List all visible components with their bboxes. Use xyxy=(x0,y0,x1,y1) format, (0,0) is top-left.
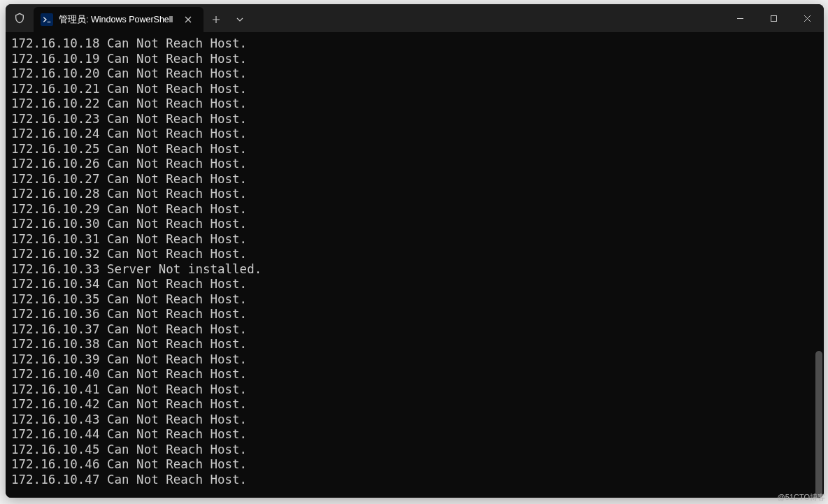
tab-title: 管理员: Windows PowerShell xyxy=(59,14,173,26)
tab-close-button[interactable] xyxy=(181,13,195,27)
scrollbar-track[interactable] xyxy=(814,36,822,492)
minimize-button[interactable] xyxy=(723,4,757,32)
terminal-body[interactable]: 172.16.10.18 Can Not Reach Host. 172.16.… xyxy=(6,32,824,498)
titlebar: 管理员: Windows PowerShell xyxy=(6,4,824,32)
window-controls xyxy=(723,4,824,32)
tab-dropdown-button[interactable] xyxy=(229,7,251,32)
tab-powershell[interactable]: 管理员: Windows PowerShell xyxy=(34,7,204,32)
new-tab-button[interactable] xyxy=(204,7,229,32)
powershell-icon xyxy=(41,13,53,26)
maximize-button[interactable] xyxy=(757,4,790,32)
shield-icon xyxy=(6,4,34,32)
svg-rect-0 xyxy=(771,15,776,21)
terminal-window: 管理员: Windows PowerShell 172.16.10.18 Ca xyxy=(6,4,824,498)
window-close-button[interactable] xyxy=(790,4,824,32)
terminal-output: 172.16.10.18 Can Not Reach Host. 172.16.… xyxy=(11,36,818,487)
titlebar-drag-area[interactable] xyxy=(251,4,723,32)
watermark-text: @51CTO博客 xyxy=(778,492,825,503)
scrollbar-thumb[interactable] xyxy=(815,351,822,498)
